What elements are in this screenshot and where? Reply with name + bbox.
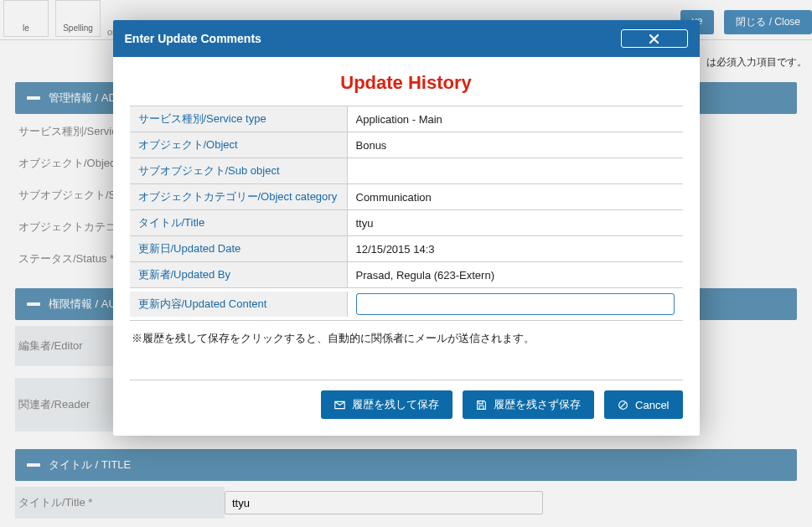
cancel-icon (618, 400, 628, 411)
mval-by: Prasad, Regula (623-Extern) (348, 264, 683, 287)
mval-cat: Communication (348, 186, 683, 209)
save-with-history-button[interactable]: 履歴を残して保存 (321, 390, 453, 419)
save-without-history-button[interactable]: 履歴を残さず保存 (463, 390, 594, 419)
mlbl-by: 更新者/Updated By (130, 262, 348, 287)
mval-object: Bonus (348, 134, 683, 157)
mlbl-service: サービス種別/Service type (130, 106, 348, 132)
mlbl-sub: サブオブジェクト/Sub object (130, 158, 348, 183)
mval-sub (348, 166, 683, 176)
modal-header-title: Enter Update Comments (125, 32, 261, 45)
mlbl-object: オブジェクト/Object (130, 132, 348, 158)
modal-table: サービス種別/Service typeApplication - Main オブ… (130, 106, 683, 321)
modal-header: Enter Update Comments (113, 20, 700, 57)
modal: Enter Update Comments Update History サービ… (113, 20, 700, 436)
save-icon (476, 400, 487, 411)
modal-title: Update History (130, 72, 683, 94)
divider (130, 380, 683, 380)
mail-icon (334, 400, 345, 411)
mlbl-content: 更新内容/Updated Content (130, 292, 348, 317)
mval-date: 12/15/2015 14:3 (348, 238, 683, 261)
mval-title: ttyu (348, 212, 683, 235)
modal-note: ※履歴を残して保存をクリックすると、自動的に関係者にメールが送信されます。 (132, 331, 681, 346)
mlbl-title: タイトル/Title (130, 210, 348, 235)
cancel-button[interactable]: Cancel (604, 390, 682, 419)
close-icon[interactable] (621, 29, 688, 48)
mlbl-cat: オブジェクトカテゴリー/Object category (130, 184, 348, 209)
updated-content-input[interactable] (356, 293, 675, 315)
mval-service: Application - Main (348, 108, 683, 131)
mlbl-date: 更新日/Updated Date (130, 236, 348, 261)
